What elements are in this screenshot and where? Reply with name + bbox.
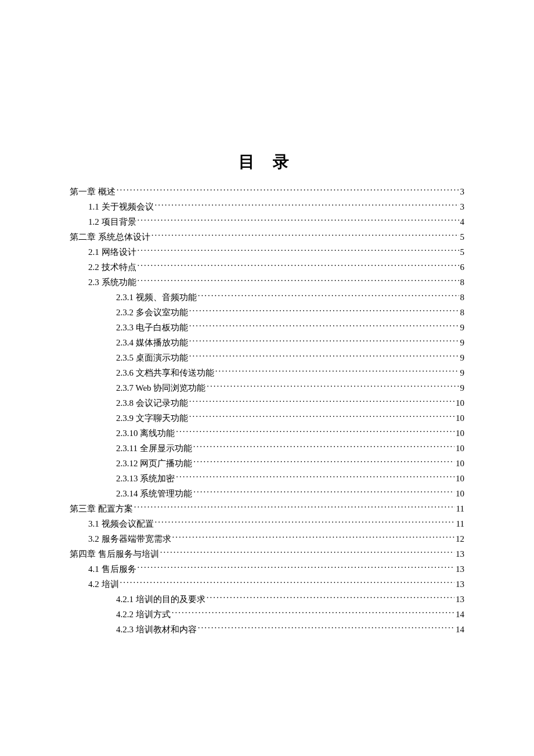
toc-entry-label: 2.3.14 系统管理功能 — [116, 487, 192, 501]
toc-dot-leader — [176, 473, 454, 481]
toc-entry-page: 6 — [460, 260, 465, 274]
toc-dot-leader — [176, 427, 454, 436]
toc-entry: 2.3.2 多会议室功能8 — [70, 305, 464, 319]
toc-dot-leader — [172, 533, 455, 542]
toc-entry: 2.3.11 全屏显示功能10 — [70, 441, 464, 455]
toc-entry-page: 10 — [456, 411, 464, 425]
toc-entry-page: 10 — [456, 426, 464, 440]
toc-dot-leader — [207, 593, 454, 602]
toc-entry-label: 2.3.4 媒体播放功能 — [116, 336, 188, 350]
toc-entry-label: 2.3 系统功能 — [88, 275, 136, 289]
toc-dot-leader — [189, 337, 459, 345]
toc-entry: 4.2 培训13 — [70, 577, 464, 591]
toc-dot-leader — [193, 458, 454, 466]
toc-entry: 2.3 系统功能8 — [70, 275, 464, 289]
toc-dot-leader — [138, 246, 459, 255]
toc-entry-page: 4 — [460, 215, 465, 229]
toc-entry-page: 9 — [460, 381, 465, 395]
toc-dot-leader — [138, 276, 459, 285]
toc-entry-label: 1.2 项目背景 — [88, 215, 136, 229]
toc-entry-label: 第一章 概述 — [70, 185, 116, 199]
toc-dot-leader — [138, 261, 459, 270]
toc-entry-page: 3 — [460, 200, 465, 214]
toc-dot-leader — [151, 231, 459, 240]
toc-entry: 4.2.1 培训的目的及要求13 — [70, 592, 464, 606]
toc-entry: 2.3.13 系统加密10 — [70, 471, 464, 485]
toc-entry-page: 11 — [456, 502, 464, 516]
toc-entry: 3.2 服务器端带宽需求12 — [70, 532, 464, 546]
toc-entry-label: 3.1 视频会议配置 — [88, 517, 154, 531]
toc-dot-leader — [189, 322, 459, 330]
toc-dot-leader — [198, 291, 459, 300]
toc-entry-page: 9 — [460, 366, 465, 380]
toc-entry-label: 2.3.8 会议记录功能 — [116, 396, 188, 410]
toc-entry-label: 第三章 配置方案 — [70, 502, 133, 516]
toc-entry: 第二章 系统总体设计5 — [70, 230, 464, 244]
toc-entry: 第三章 配置方案11 — [70, 502, 464, 516]
toc-entry-page: 10 — [456, 396, 464, 410]
toc-dot-leader — [172, 609, 454, 617]
toc-entry: 第一章 概述3 — [70, 185, 464, 199]
toc-entry-page: 8 — [460, 305, 465, 319]
toc-dot-leader — [160, 548, 454, 557]
toc-entry: 4.1 售后服务13 — [70, 562, 464, 576]
toc-dot-leader — [207, 382, 459, 391]
toc-entry-page: 10 — [456, 471, 464, 485]
toc-entry-page: 9 — [460, 351, 465, 365]
toc-entry-label: 2.3.3 电子白板功能 — [116, 321, 188, 334]
toc-entry-label: 2.3.2 多会议室功能 — [116, 305, 188, 319]
toc-dot-leader — [155, 201, 459, 210]
toc-dot-leader — [138, 216, 459, 225]
toc-entry-page: 14 — [456, 622, 464, 636]
toc-entry: 2.3.8 会议记录功能10 — [70, 396, 464, 410]
toc-entry-label: 4.2.2 培训方式 — [116, 607, 171, 621]
toc-entry-page: 5 — [460, 245, 465, 259]
toc-dot-leader — [189, 412, 454, 421]
toc-entry: 2.3.10 离线功能10 — [70, 426, 464, 440]
toc-dot-leader — [215, 367, 459, 376]
toc-entry-label: 4.2.3 培训教材和内容 — [116, 622, 197, 636]
toc-entry: 1.1 关于视频会议3 — [70, 200, 464, 214]
toc-entry-label: 第四章 售后服务与培训 — [70, 547, 159, 561]
toc-entry-label: 2.3.12 网页广播功能 — [116, 456, 192, 470]
toc-entry-label: 第二章 系统总体设计 — [70, 230, 150, 244]
toc-entry: 2.2 技术特点6 — [70, 260, 464, 274]
toc-entry: 2.3.6 文档共享和传送功能9 — [70, 366, 464, 380]
toc-dot-leader — [134, 503, 455, 512]
toc-dot-leader — [189, 352, 459, 361]
toc-entry-label: 2.2 技术特点 — [88, 260, 136, 274]
toc-dot-leader — [189, 397, 454, 406]
toc-dot-leader — [138, 563, 455, 572]
toc-entry-page: 13 — [456, 577, 464, 591]
toc-entry-page: 9 — [460, 321, 465, 334]
toc-entry-label: 3.2 服务器端带宽需求 — [88, 532, 171, 546]
toc-entry: 2.3.9 文字聊天功能10 — [70, 411, 464, 425]
toc-entry-page: 8 — [460, 290, 465, 304]
toc-entry-label: 2.3.1 视频、音频功能 — [116, 290, 197, 304]
toc-entry-label: 2.3.5 桌面演示功能 — [116, 351, 188, 365]
toc-entry: 2.3.3 电子白板功能9 — [70, 321, 464, 334]
toc-entry-page: 8 — [460, 275, 465, 289]
toc-dot-leader — [155, 518, 455, 527]
toc-entry-label: 4.1 售后服务 — [88, 562, 136, 576]
toc-entry: 4.2.2 培训方式14 — [70, 607, 464, 621]
toc-entry: 2.3.14 系统管理功能10 — [70, 487, 464, 501]
toc-entry-label: 2.3.7 Web 协同浏览功能 — [116, 381, 205, 395]
toc-entry-page: 14 — [456, 607, 464, 621]
toc-entry-page: 12 — [456, 532, 464, 546]
toc-entry-page: 5 — [460, 230, 465, 244]
toc-entry: 2.3.1 视频、音频功能8 — [70, 290, 464, 304]
toc-entry-label: 2.3.6 文档共享和传送功能 — [116, 366, 214, 380]
toc-entry-page: 3 — [460, 185, 465, 199]
toc-entry: 2.1 网络设计5 — [70, 245, 464, 259]
toc-entry-label: 2.3.11 全屏显示功能 — [116, 441, 192, 455]
toc-title: 目 录 — [70, 151, 464, 173]
toc-dot-leader — [120, 578, 455, 587]
toc-entry: 2.3.4 媒体播放功能9 — [70, 336, 464, 350]
document-page: 目 录 第一章 概述31.1 关于视频会议31.2 项目背景4第二章 系统总体设… — [0, 0, 534, 636]
toc-entry-label: 1.1 关于视频会议 — [88, 200, 154, 214]
toc-entry-page: 10 — [456, 487, 464, 501]
toc-dot-leader — [193, 442, 454, 451]
toc-entry-page: 13 — [456, 562, 464, 576]
toc-entry: 2.3.12 网页广播功能10 — [70, 456, 464, 470]
